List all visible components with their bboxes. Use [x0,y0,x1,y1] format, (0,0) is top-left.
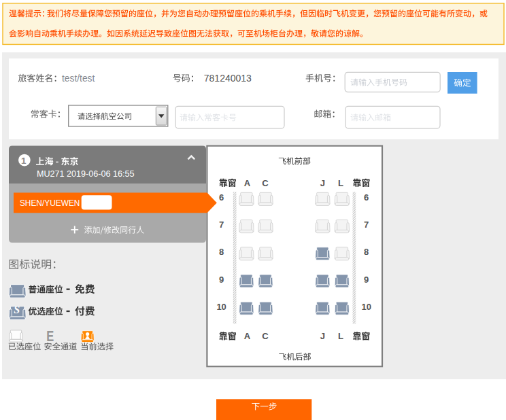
svg-text:A: A [244,331,251,341]
svg-text:J: J [320,178,325,188]
svg-text:A: A [244,178,251,188]
svg-text:J: J [320,331,325,341]
svg-text:6: 6 [219,192,224,203]
svg-text:L: L [338,331,343,341]
svg-text:test/test: test/test [62,73,95,84]
svg-text:6: 6 [364,192,369,203]
svg-text:SHEN/YUEWEN: SHEN/YUEWEN [20,198,80,208]
svg-text:8: 8 [364,247,369,257]
svg-text:7: 7 [364,220,369,230]
svg-text:E: E [46,327,54,344]
svg-text:7: 7 [219,220,224,230]
svg-text:10: 10 [362,302,371,312]
svg-text:781240013: 781240013 [204,73,252,84]
svg-text:S: S [14,304,20,315]
svg-text:9: 9 [219,275,224,285]
svg-text:MU271 2019-06-06 16:55: MU271 2019-06-06 16:55 [37,169,135,179]
svg-text:C: C [262,331,269,341]
svg-text:9: 9 [364,275,369,285]
svg-text:8: 8 [219,247,224,257]
svg-text:L: L [338,178,343,188]
svg-text:1: 1 [21,156,27,166]
svg-text:10: 10 [216,302,226,312]
svg-text:C: C [262,178,269,188]
